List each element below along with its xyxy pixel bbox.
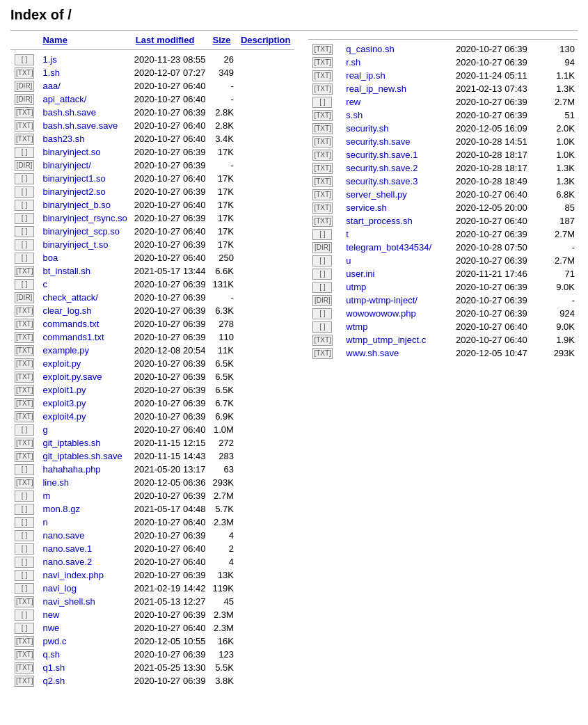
- file-link[interactable]: www.sh.save: [346, 348, 399, 358]
- file-link[interactable]: utmp-wtmp-inject/: [346, 295, 418, 305]
- file-link[interactable]: security.sh: [346, 123, 388, 134]
- file-link[interactable]: utmp: [346, 282, 366, 292]
- file-link[interactable]: nano.save.1: [42, 543, 92, 554]
- file-link[interactable]: git_iptables.sh: [42, 438, 100, 448]
- file-name-cell[interactable]: navi_index.php: [38, 568, 131, 582]
- file-link[interactable]: g: [42, 424, 47, 435]
- file-name-cell[interactable]: www.sh.save: [342, 346, 453, 360]
- file-link[interactable]: navi_shell.sh: [42, 596, 95, 607]
- file-name-cell[interactable]: line.sh: [38, 476, 131, 489]
- file-name-cell[interactable]: bash.sh.save: [38, 106, 131, 119]
- file-name-cell[interactable]: commands.txt: [38, 317, 131, 330]
- file-name-cell[interactable]: rew: [342, 95, 453, 109]
- file-link[interactable]: 1.js: [42, 54, 56, 65]
- file-link[interactable]: t: [346, 229, 349, 239]
- file-link[interactable]: nano.save: [42, 530, 84, 541]
- file-link[interactable]: navi_log: [42, 583, 76, 593]
- file-link[interactable]: m: [42, 491, 50, 501]
- file-link[interactable]: clear_log.sh: [42, 305, 91, 316]
- file-name-cell[interactable]: s.sh: [342, 109, 453, 122]
- file-link[interactable]: api_attack/: [42, 94, 86, 104]
- file-link[interactable]: real_ip_new.sh: [346, 83, 406, 94]
- file-name-cell[interactable]: utmp: [342, 280, 453, 294]
- file-name-cell[interactable]: exploit.py.save: [38, 370, 131, 383]
- file-link[interactable]: s.sh: [346, 110, 363, 120]
- file-link[interactable]: n: [42, 517, 47, 527]
- file-name-cell[interactable]: check_attack/: [38, 291, 131, 304]
- file-name-cell[interactable]: q_casino.sh: [342, 42, 453, 56]
- file-name-cell[interactable]: q.sh: [38, 648, 131, 661]
- size-sort-link[interactable]: Size: [213, 35, 231, 45]
- file-name-cell[interactable]: mon.8.gz: [38, 502, 131, 516]
- file-link[interactable]: hahahaha.php: [42, 464, 100, 475]
- file-link[interactable]: new: [42, 610, 59, 620]
- file-name-cell[interactable]: binaryinject_t.so: [38, 238, 131, 251]
- file-link[interactable]: bash.sh.save.save: [42, 120, 118, 131]
- file-name-cell[interactable]: binaryinject2.so: [38, 185, 131, 198]
- col-desc[interactable]: Description: [237, 33, 295, 47]
- file-name-cell[interactable]: new: [38, 608, 131, 621]
- file-name-cell[interactable]: security.sh: [342, 122, 453, 135]
- file-link[interactable]: commands.txt: [42, 319, 99, 329]
- file-name-cell[interactable]: git_iptables.sh: [38, 436, 131, 449]
- file-name-cell[interactable]: bash23.sh: [38, 132, 131, 145]
- file-name-cell[interactable]: bt_install.sh: [38, 264, 131, 278]
- file-link[interactable]: exploit4.py: [42, 411, 86, 422]
- file-link[interactable]: bt_install.sh: [42, 266, 90, 276]
- file-link[interactable]: binaryinject1.so: [42, 173, 105, 184]
- file-name-cell[interactable]: hahahaha.php: [38, 463, 131, 476]
- file-name-cell[interactable]: bash.sh.save.save: [38, 119, 131, 132]
- file-name-cell[interactable]: security.sh.save.1: [342, 148, 453, 161]
- file-link[interactable]: security.sh.save.2: [346, 163, 418, 173]
- file-link[interactable]: q.sh: [42, 649, 60, 660]
- file-link[interactable]: wowowowow.php: [346, 308, 415, 319]
- name-sort-link[interactable]: Name: [42, 35, 67, 45]
- file-name-cell[interactable]: start_process.sh: [342, 214, 453, 228]
- file-link[interactable]: q1.sh: [42, 662, 65, 673]
- file-link[interactable]: security.sh.save.1: [346, 150, 418, 160]
- file-link[interactable]: bash.sh.save: [42, 107, 96, 118]
- file-link[interactable]: c: [42, 279, 47, 289]
- file-link[interactable]: binaryinject2.so: [42, 186, 105, 197]
- file-name-cell[interactable]: real_ip_new.sh: [342, 82, 453, 95]
- file-name-cell[interactable]: t: [342, 228, 453, 241]
- file-name-cell[interactable]: navi_log: [38, 582, 131, 595]
- file-link[interactable]: binaryinject.so: [42, 147, 100, 157]
- file-name-cell[interactable]: exploit.py: [38, 357, 131, 370]
- file-name-cell[interactable]: 1.sh: [38, 66, 131, 79]
- file-name-cell[interactable]: r.sh: [342, 56, 453, 69]
- file-name-cell[interactable]: pwd.c: [38, 635, 131, 648]
- file-name-cell[interactable]: m: [38, 489, 131, 502]
- file-name-cell[interactable]: 1.js: [38, 53, 131, 66]
- file-link[interactable]: navi_index.php: [42, 570, 103, 580]
- file-name-cell[interactable]: wtmp_utmp_inject.c: [342, 333, 453, 346]
- file-name-cell[interactable]: exploit1.py: [38, 383, 131, 397]
- file-link[interactable]: boa: [42, 253, 58, 263]
- file-link[interactable]: pwd.c: [42, 636, 66, 646]
- file-name-cell[interactable]: nano.save.2: [38, 555, 131, 568]
- file-name-cell[interactable]: example.py: [38, 344, 131, 357]
- col-name[interactable]: Name: [38, 33, 131, 47]
- file-link[interactable]: binaryinject_b.so: [42, 200, 111, 210]
- file-link[interactable]: q2.sh: [42, 676, 65, 686]
- col-size[interactable]: Size: [209, 33, 237, 47]
- file-name-cell[interactable]: aaa/: [38, 79, 131, 93]
- file-link[interactable]: wtmp_utmp_inject.c: [346, 335, 426, 345]
- file-link[interactable]: line.sh: [42, 477, 69, 488]
- file-name-cell[interactable]: binaryinject/: [38, 159, 131, 172]
- file-name-cell[interactable]: q1.sh: [38, 661, 131, 674]
- file-link[interactable]: exploit3.py: [42, 398, 86, 408]
- file-name-cell[interactable]: clear_log.sh: [38, 304, 131, 317]
- file-link[interactable]: binaryinject_t.so: [42, 239, 108, 250]
- file-name-cell[interactable]: binaryinject_rsync.so: [38, 212, 131, 225]
- file-link[interactable]: bash23.sh: [42, 134, 84, 144]
- file-link[interactable]: exploit1.py: [42, 385, 86, 395]
- file-link[interactable]: check_attack/: [42, 292, 98, 303]
- file-link[interactable]: example.py: [42, 345, 88, 356]
- file-link[interactable]: binaryinject/: [42, 160, 90, 170]
- file-name-cell[interactable]: nano.save: [38, 529, 131, 542]
- file-name-cell[interactable]: c: [38, 278, 131, 291]
- file-link[interactable]: user.ini: [346, 269, 374, 279]
- file-link[interactable]: mon.8.gz: [42, 504, 79, 514]
- file-name-cell[interactable]: commands1.txt: [38, 330, 131, 344]
